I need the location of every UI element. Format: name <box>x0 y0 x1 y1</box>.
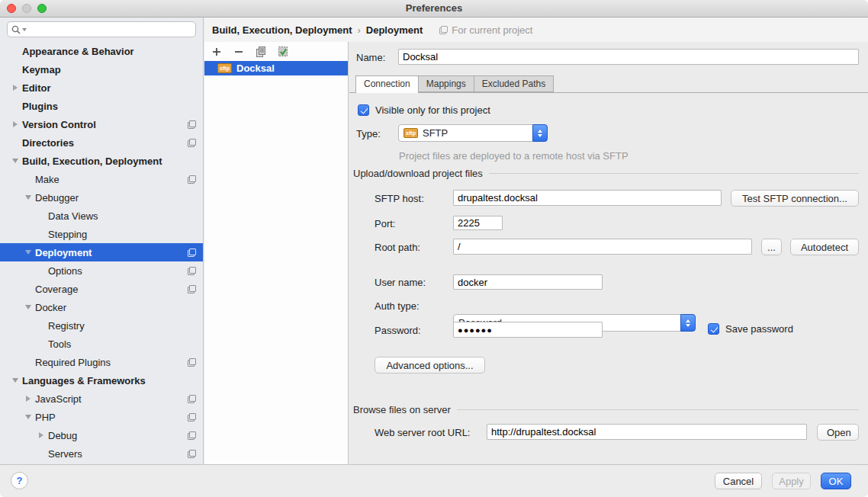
user-name-input[interactable] <box>453 274 603 290</box>
collapse-arrow-icon[interactable] <box>22 305 34 309</box>
sidebar-item-options[interactable]: Options <box>0 261 203 280</box>
sftp-host-label: SFTP host: <box>375 193 424 204</box>
search-input[interactable] <box>30 24 191 35</box>
visible-only-checkbox[interactable] <box>358 104 369 116</box>
port-input[interactable] <box>453 216 503 230</box>
autodetect-button[interactable]: Autodetect <box>790 239 859 255</box>
test-sftp-connection-button[interactable]: Test SFTP connection... <box>731 190 859 207</box>
sidebar-item-registry[interactable]: Registry <box>0 316 203 335</box>
expand-arrow-icon[interactable] <box>9 121 21 127</box>
sidebar-item-stepping[interactable]: Stepping <box>0 225 203 243</box>
current-project-icon <box>188 413 196 422</box>
title-bar: Preferences <box>0 0 868 18</box>
sftp-file-icon: sftp <box>403 128 418 138</box>
sidebar-item-javascript[interactable]: JavaScript <box>0 390 203 408</box>
current-project-icon <box>188 285 196 293</box>
browse-root-path-button[interactable]: ... <box>761 239 782 255</box>
type-dropdown[interactable]: sftp SFTP <box>398 124 548 142</box>
server-list-item-docksal[interactable]: sftp Docksal <box>204 61 348 75</box>
use-as-default-button[interactable] <box>277 46 289 58</box>
collapse-arrow-icon[interactable] <box>22 195 34 200</box>
type-value: SFTP <box>423 127 547 139</box>
sidebar-item-servers[interactable]: Servers <box>0 444 203 463</box>
collapse-arrow-icon[interactable] <box>9 159 21 163</box>
sidebar-item-keymap[interactable]: Keymap <box>0 60 203 79</box>
sidebar-item-debug[interactable]: Debug <box>0 426 203 444</box>
port-label: Port: <box>375 218 395 229</box>
type-label: Type: <box>356 128 381 139</box>
search-icon <box>11 25 21 34</box>
sidebar-item-tools[interactable]: Tools <box>0 335 203 353</box>
collapse-arrow-icon[interactable] <box>22 415 34 419</box>
sidebar-item-coverage[interactable]: Coverage <box>0 280 203 298</box>
server-list-panel: sftp Docksal <box>204 42 349 464</box>
current-project-icon <box>188 395 196 403</box>
dialog-footer: ? Cancel Apply OK <box>0 464 868 497</box>
sidebar-item-appearance-behavior[interactable]: Appearance & Behavior <box>0 42 203 60</box>
sidebar-item-docker[interactable]: Docker <box>0 298 203 316</box>
auth-type-label: Auth type: <box>375 300 420 312</box>
sidebar-item-make[interactable]: Make <box>0 170 203 188</box>
current-project-icon <box>439 26 448 34</box>
ok-button[interactable]: OK <box>821 473 851 489</box>
sidebar-item-php[interactable]: PHP <box>0 408 203 426</box>
collapse-arrow-icon[interactable] <box>9 378 21 383</box>
breadcrumb-current: Deployment <box>366 24 423 36</box>
breadcrumb-parent[interactable]: Build, Execution, Deployment <box>212 24 352 36</box>
root-path-input[interactable] <box>453 239 752 255</box>
sidebar-item-build-execution-deployment[interactable]: Build, Execution, Deployment <box>0 152 203 170</box>
apply-button[interactable]: Apply <box>772 473 811 489</box>
expand-arrow-icon[interactable] <box>35 432 47 438</box>
current-project-icon <box>188 175 196 184</box>
web-root-input[interactable] <box>487 424 807 440</box>
collapse-arrow-icon[interactable] <box>22 250 34 255</box>
upload-section-title: Upload/download project files <box>353 168 868 179</box>
tab-connection[interactable]: Connection <box>355 75 419 93</box>
current-project-icon <box>188 358 196 367</box>
scope-label: For current project <box>452 24 532 36</box>
user-name-label: User name: <box>375 277 426 288</box>
server-list-toolbar <box>204 42 348 61</box>
password-label: Password: <box>375 325 421 336</box>
web-root-label: Web server root URL: <box>375 427 470 438</box>
sidebar-item-debugger[interactable]: Debugger <box>0 188 203 207</box>
tab-excluded-paths[interactable]: Excluded Paths <box>474 75 554 92</box>
breadcrumb-separator: › <box>357 24 360 36</box>
password-input[interactable] <box>453 322 603 338</box>
sidebar-item-editor[interactable]: Editor <box>0 79 203 97</box>
dropdown-stepper-icon <box>680 314 696 332</box>
window-title: Preferences <box>0 0 868 17</box>
sidebar-item-directories[interactable]: Directories <box>0 133 203 152</box>
browse-section-title: Browse files on server <box>353 404 868 415</box>
advanced-options-button[interactable]: Advanced options... <box>375 357 485 374</box>
tab-mappings[interactable]: Mappings <box>418 75 474 92</box>
current-project-icon <box>188 431 196 440</box>
help-button[interactable]: ? <box>11 472 28 489</box>
dropdown-stepper-icon <box>532 124 548 142</box>
sidebar-item-plugins[interactable]: Plugins <box>0 97 203 115</box>
sidebar-item-languages-frameworks[interactable]: Languages & Frameworks <box>0 371 203 390</box>
main-area: Build, Execution, Deployment › Deploymen… <box>204 18 868 464</box>
copy-server-button[interactable] <box>255 46 267 58</box>
visible-only-label: Visible only for this project <box>375 104 490 116</box>
sidebar-item-version-control[interactable]: Version Control <box>0 115 203 133</box>
root-path-label: Root path: <box>375 242 420 253</box>
open-web-root-button[interactable]: Open <box>817 424 859 441</box>
search-box[interactable] <box>7 21 196 37</box>
current-project-icon <box>188 267 196 275</box>
sidebar-item-deployment[interactable]: Deployment <box>0 243 203 261</box>
sidebar-item-required-plugins[interactable]: Required Plugins <box>0 353 203 371</box>
sidebar-item-data-views[interactable]: Data Views <box>0 207 203 225</box>
sftp-file-icon: sftp <box>217 63 232 73</box>
expand-arrow-icon[interactable] <box>9 85 21 91</box>
search-options-caret-icon[interactable] <box>22 28 27 31</box>
server-name-input[interactable] <box>398 49 859 65</box>
expand-arrow-icon[interactable] <box>22 396 34 402</box>
scope-indicator: For current project <box>439 24 532 36</box>
sftp-host-input[interactable] <box>453 190 722 206</box>
remove-server-button[interactable] <box>233 46 245 58</box>
add-server-button[interactable] <box>211 46 223 58</box>
current-project-icon <box>188 139 196 147</box>
cancel-button[interactable]: Cancel <box>715 473 762 489</box>
save-password-checkbox[interactable] <box>708 323 719 335</box>
